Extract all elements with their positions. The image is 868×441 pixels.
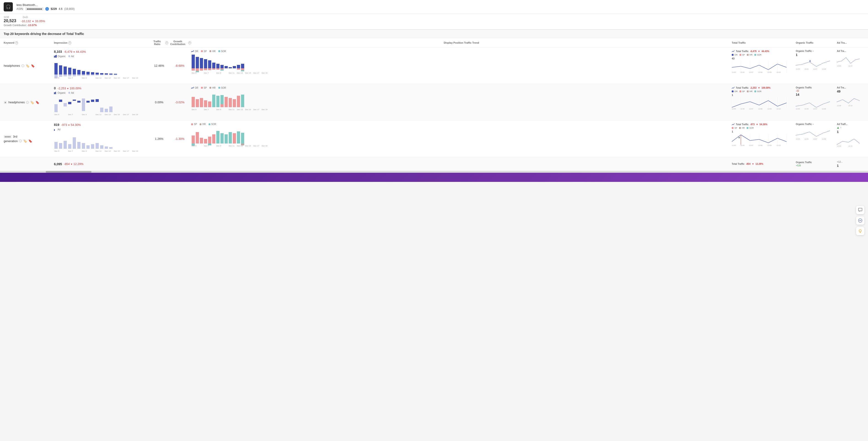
keyword-help-icon[interactable]: ? <box>15 41 18 44</box>
svg-rect-163 <box>77 142 81 149</box>
sor-value: 20,523 <box>4 19 16 23</box>
svg-rect-22 <box>96 74 99 75</box>
display-cell-2: OR SP HR SOR <box>191 87 732 118</box>
col-header-ad: Ad Tra... <box>837 41 864 44</box>
ad-legend-dot <box>68 55 70 57</box>
svg-text:Dec 13: Dec 13 <box>237 72 243 74</box>
keyword-tag-icon: 🏷️ <box>26 64 30 68</box>
organic-cell-1: Organic Traffic – 1 6 12-05 12-06 12-07 … <box>796 50 837 81</box>
svg-rect-101 <box>82 99 85 111</box>
chart-mini-icon-3 <box>732 123 735 126</box>
svg-rect-96 <box>59 100 62 102</box>
svg-rect-189 <box>224 134 228 143</box>
imp-legend-2: Organic Ad <box>54 92 150 94</box>
total-header-3: Total Traffic -973 54.30% <box>732 123 796 126</box>
imp-legend-3: Ad <box>54 128 150 131</box>
svg-rect-127 <box>233 99 236 107</box>
svg-rect-164 <box>82 143 85 149</box>
keyword-circle-icon: ○ <box>22 64 24 67</box>
svg-rect-105 <box>100 108 103 112</box>
imp-arrow-2 <box>67 87 69 90</box>
imp-main-4: 6,095 <box>54 162 62 166</box>
svg-rect-13 <box>77 70 81 74</box>
section-title: Top 20 keywords driving the decrease of … <box>4 32 864 36</box>
svg-rect-186 <box>212 134 215 143</box>
svg-text:12-05: 12-05 <box>796 108 800 110</box>
total-header-4: Total Traffic -854 12.29% <box>732 163 796 165</box>
svg-rect-183 <box>204 139 207 143</box>
svg-text:Dec 11: Dec 11 <box>96 150 101 152</box>
svg-text:12-07: 12-07 <box>813 138 817 140</box>
svg-text:Dec 9: Dec 9 <box>82 150 87 152</box>
svg-text:Dec 17: Dec 17 <box>123 113 129 115</box>
growth-cell-2: -3.02% <box>168 87 191 118</box>
svg-rect-47 <box>204 68 207 70</box>
keyword-text-3: ■■■■ 3rd <box>4 135 54 138</box>
svg-rect-8 <box>64 74 67 76</box>
svg-text:12-06: 12-06 <box>740 145 745 146</box>
metrics-bar: SOR DoD 20,523 -10,132 33.05% Growth Con… <box>0 14 868 30</box>
organic-cell-3: Organic Traffic – 12-05 12-06 12-07 12-0… <box>796 123 837 155</box>
svg-text:Dec 13: Dec 13 <box>105 77 111 79</box>
svg-text:12-06: 12-06 <box>740 108 745 110</box>
imp-change-4: -854 12.29% <box>64 162 84 166</box>
imp-header-4: 6,095 -854 12.29% <box>54 162 150 166</box>
keyword-bookmark-icon-2: 🔖 <box>35 101 39 104</box>
display-cell-1: OR SP HR SOR <box>191 50 732 81</box>
svg-rect-181 <box>196 132 199 143</box>
impression-chart-3: Dec 5 Dec 7 Dec 9 Dec 11 Dec 13 Dec 15 D… <box>54 132 141 152</box>
organic-label-1: Organic Traffic – <box>796 50 837 52</box>
svg-rect-106 <box>105 109 108 112</box>
svg-text:Dec 15: Dec 15 <box>245 108 251 111</box>
ad-cell-1: Ad Tra... 12-09 12-10 <box>837 50 864 81</box>
svg-rect-14 <box>77 74 81 76</box>
chart-icon-or-2 <box>191 87 194 89</box>
svg-rect-119 <box>204 100 207 107</box>
svg-rect-103 <box>91 100 94 102</box>
svg-rect-166 <box>91 144 94 149</box>
imp-change-1: -6,479 44.43% <box>64 50 86 54</box>
svg-rect-27 <box>109 74 113 74</box>
scrollbar-thumb[interactable] <box>46 171 91 173</box>
svg-rect-97 <box>64 103 67 106</box>
growth-help-icon[interactable]: ? <box>188 41 191 44</box>
traffic-ratio-cell-3: 1.26% <box>150 123 168 155</box>
svg-rect-62 <box>241 64 244 68</box>
svg-rect-161 <box>68 144 71 149</box>
svg-text:12-08: 12-08 <box>758 145 762 146</box>
dod-label: DoD <box>23 16 28 19</box>
svg-rect-120 <box>208 101 211 107</box>
svg-rect-117 <box>196 99 199 107</box>
keyword-text-2: ■ headphones ○ 🏷️ 🔖 <box>4 101 54 104</box>
impression-cell-2: 0 -2,253 100.00% Organic Ad <box>54 87 150 118</box>
imp-change-2: -2,253 100.00% <box>58 87 82 90</box>
svg-rect-5 <box>59 65 62 74</box>
svg-text:12-08: 12-08 <box>758 71 762 73</box>
sor-label: SOR <box>4 16 9 19</box>
info-icon[interactable]: i <box>45 7 49 11</box>
ad-cell-2: Ad Tra... 49 12-09 12-10 <box>837 87 864 118</box>
total-num-3: 1 <box>732 130 796 133</box>
impression-help-icon[interactable]: ? <box>68 41 71 44</box>
svg-text:Dec 17: Dec 17 <box>253 72 259 74</box>
svg-text:Dec 19: Dec 19 <box>261 145 268 147</box>
chart-icon-3 <box>54 128 57 131</box>
svg-rect-18 <box>87 74 90 76</box>
svg-text:12-09: 12-09 <box>767 145 772 146</box>
svg-text:Dec 15: Dec 15 <box>114 150 120 152</box>
impression-chart-2: Dec 5 Dec 7 Dec 9 Dec 11 Dec 13 Dec 15 D… <box>54 95 141 115</box>
svg-rect-190 <box>229 132 232 143</box>
svg-text:Dec 7: Dec 7 <box>204 72 209 74</box>
svg-text:12-05: 12-05 <box>732 145 736 146</box>
svg-text:Dec 5: Dec 5 <box>55 150 59 152</box>
display-legend-3: SP HR SOR <box>191 123 732 126</box>
horizontal-scrollbar[interactable] <box>0 171 868 173</box>
svg-rect-16 <box>82 74 85 76</box>
svg-rect-94 <box>55 92 56 94</box>
svg-text:12-08: 12-08 <box>822 138 826 140</box>
imp-main-1: 8,103 <box>54 50 62 54</box>
traffic-ratio-help-icon[interactable]: ? <box>165 41 168 44</box>
organic-cell-4: Organic Traffic +526 <box>796 161 837 167</box>
svg-rect-50 <box>212 63 215 68</box>
svg-text:Dec 5: Dec 5 <box>192 108 196 111</box>
